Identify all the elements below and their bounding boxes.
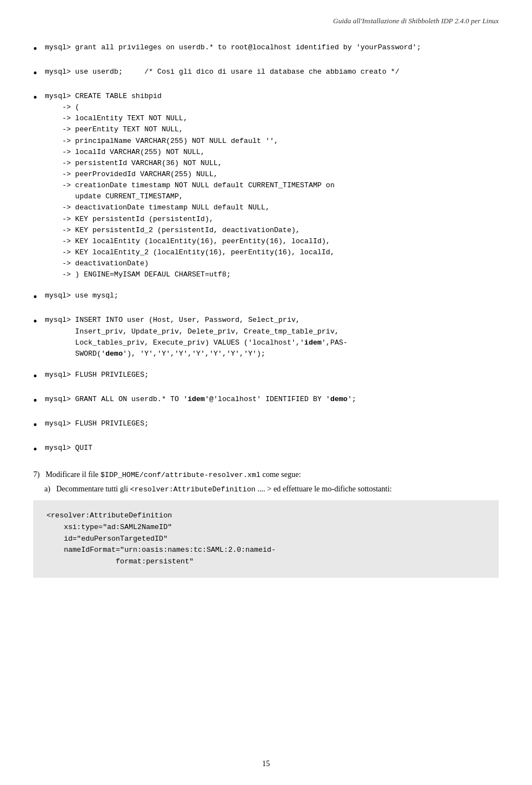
bullet-content-flush1: mysql> FLUSH PRIVILEGES; — [45, 370, 499, 381]
header-title: Guida all'Installazione di Shibboleth ID… — [333, 17, 499, 25]
page-footer: 15 — [0, 760, 532, 768]
list-item: • mysql> use mysql; — [33, 290, 499, 305]
bullet-content-use-mysql: mysql> use mysql; — [45, 290, 499, 301]
bullet-dot: • — [33, 90, 37, 105]
code-block: <resolver:AttributeDefinition xsi:type="… — [33, 500, 499, 578]
main-content: • mysql> grant all privileges on userdb.… — [33, 42, 499, 578]
section-7-label: 7) — [33, 470, 44, 479]
bullet-dot: • — [33, 417, 37, 433]
bullet-dot: • — [33, 314, 37, 329]
section-7-text-before: Modificare il file — [45, 470, 100, 479]
bullet-content-create-table: mysql> CREATE TABLE shibpid -> ( -> loca… — [45, 91, 499, 280]
bullet-list: • mysql> grant all privileges on userdb.… — [33, 42, 499, 457]
bullet-dot: • — [33, 393, 37, 408]
list-item: • mysql> QUIT — [33, 443, 499, 457]
list-item: • mysql> CREATE TABLE shibpid -> ( -> lo… — [33, 91, 499, 280]
bullet-dot: • — [33, 442, 37, 457]
bullet-content-flush2: mysql> FLUSH PRIVILEGES; — [45, 418, 499, 429]
bullet-dot: • — [33, 289, 37, 305]
bullet-content-insert: mysql> INSERT INTO user (Host, User, Pas… — [45, 315, 499, 360]
bullet-content-grant: mysql> grant all privileges on userdb.* … — [45, 42, 499, 53]
bullet-dot: • — [33, 41, 37, 57]
bullet-content-use-userdb: mysql> use userdb; /* Così gli dico di u… — [45, 66, 499, 78]
bullet-content-grant2: mysql> GRANT ALL ON userdb.* TO 'idem'@'… — [45, 394, 499, 405]
list-item: • mysql> GRANT ALL ON userdb.* TO 'idem'… — [33, 394, 499, 408]
list-item: • mysql> INSERT INTO user (Host, User, P… — [33, 315, 499, 360]
page-header: Guida all'Installazione di Shibboleth ID… — [33, 17, 499, 25]
section-7: 7) Modificare il file $IDP_HOME/conf/att… — [33, 470, 499, 479]
section-7-file: $IDP_HOME/conf/attribute-resolver.xml — [100, 471, 260, 479]
sub-item-a-tag: <resolver:AttributeDefinition — [130, 485, 255, 494]
section-7-text-after: come segue: — [260, 470, 301, 479]
sub-item-a: a) Decommentare tutti gli <resolver:Attr… — [44, 485, 499, 494]
bullet-dot: • — [33, 65, 37, 81]
bullet-dot: • — [33, 368, 37, 384]
page-number: 15 — [262, 760, 270, 768]
sub-item-a-text-mid: .... > ed effettuare le mo-difiche sotto… — [255, 485, 392, 493]
list-item: • mysql> use userdb; /* Così gli dico di… — [33, 66, 499, 81]
page-container: Guida all'Installazione di Shibboleth ID… — [0, 0, 532, 785]
sub-item-a-label: a) — [44, 485, 54, 493]
list-item: • mysql> FLUSH PRIVILEGES; — [33, 370, 499, 384]
list-item: • mysql> grant all privileges on userdb.… — [33, 42, 499, 57]
sub-item-a-text-before: Decommentare tutti gli — [56, 485, 130, 493]
list-item: • mysql> FLUSH PRIVILEGES; — [33, 418, 499, 433]
bullet-content-quit: mysql> QUIT — [45, 443, 499, 454]
